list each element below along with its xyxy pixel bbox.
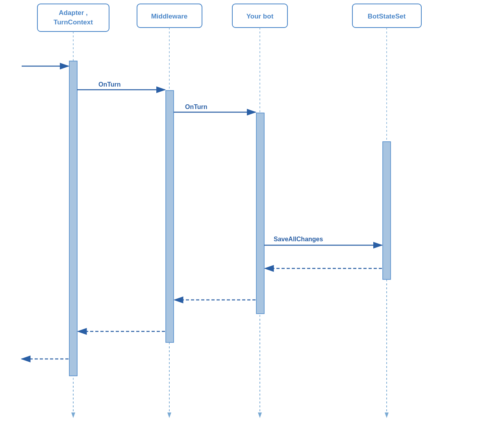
- actor-adapter-label2: TurnContext: [54, 18, 93, 26]
- actor-botstateset-label: BotStateSet: [368, 13, 406, 20]
- sequence-diagram: Adapter , TurnContext Middleware Your bo…: [0, 0, 504, 429]
- actor-adapter-box: [37, 4, 109, 31]
- lifeline-botstateset-arrowhead: [385, 412, 389, 418]
- activation-botstateset: [383, 142, 391, 279]
- actor-middleware-label: Middleware: [151, 13, 188, 20]
- label-onturn-2: OnTurn: [185, 104, 208, 110]
- label-onturn-1: OnTurn: [98, 81, 121, 88]
- lifeline-yourbot-arrowhead: [258, 412, 262, 418]
- activation-yourbot: [256, 113, 264, 314]
- lifeline-adapter-arrowhead: [71, 412, 75, 418]
- actor-yourbot-label: Your bot: [246, 13, 274, 20]
- activation-middleware: [166, 91, 174, 342]
- label-saveallchanges: SaveAllChanges: [274, 236, 323, 242]
- lifeline-middleware-arrowhead: [167, 412, 171, 418]
- actor-adapter-label1: Adapter ,: [59, 9, 88, 17]
- activation-adapter: [69, 61, 77, 376]
